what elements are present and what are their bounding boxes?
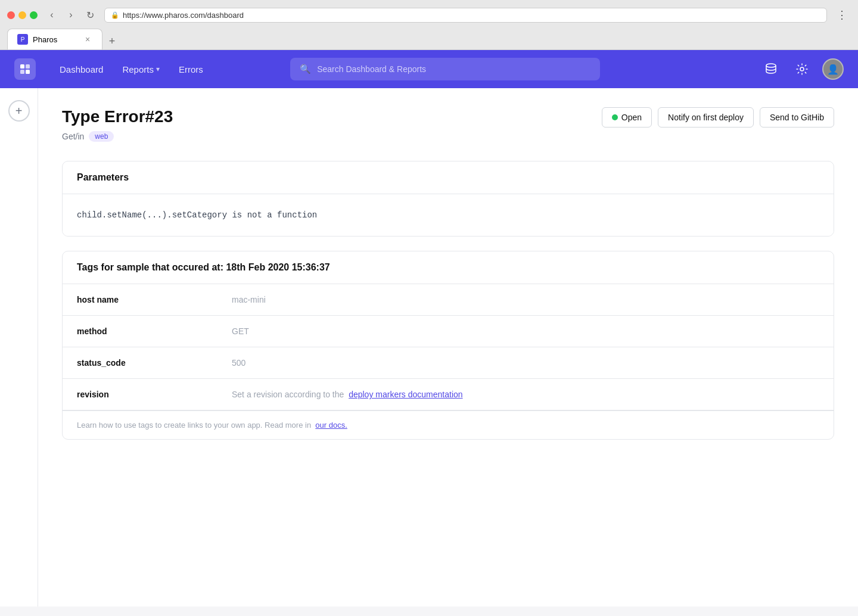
table-row: host name mac-mini [63,284,834,316]
user-avatar[interactable]: 👤 [822,58,844,80]
database-icon-button[interactable] [760,58,782,80]
table-row: method GET [63,316,834,347]
parameters-code-block: child.setName(...).setCategory is not a … [63,194,834,236]
main-content: Type Error#23 Get/in web Open Notify on … [38,88,858,606]
sidebar-add-button[interactable]: + [8,100,30,122]
table-row: status_code 500 [63,347,834,379]
status-dot [612,114,618,120]
reload-button[interactable]: ↻ [82,7,98,23]
back-button[interactable]: ‹ [43,7,60,23]
svg-point-5 [800,67,804,71]
svg-point-4 [766,64,776,67]
nav-errors[interactable]: Errors [172,60,210,79]
tags-panel-header: Tags for sample that occured at: 18th Fe… [63,251,834,284]
tab-close-button[interactable]: × [83,35,92,44]
error-code: child.setName(...).setCategory is not a … [77,209,819,222]
error-path: Get/in [62,132,84,141]
tab-title: Pharos [33,35,57,44]
nav-dashboard[interactable]: Dashboard [52,60,110,79]
search-icon: 🔍 [300,64,311,74]
tags-title: Tags for sample that occured at: 18th Fe… [77,262,330,272]
tab-bar: P Pharos × + [7,29,851,49]
search-bar[interactable]: 🔍 [290,58,600,80]
database-icon [764,63,778,76]
tag-key-method: method [77,326,232,336]
tag-key-revision: revision [77,390,232,399]
minimize-window-button[interactable] [18,11,26,19]
reports-dropdown-arrow: ▾ [156,65,160,73]
address-bar[interactable]: 🔒 https://www.pharos.com/dashboard [104,8,827,23]
open-label: Open [621,113,642,122]
environment-tag: web [89,131,114,142]
browser-menu-button[interactable]: ⋮ [833,6,851,24]
plus-icon: + [15,104,23,118]
send-github-button[interactable]: Send to GitHib [760,107,834,127]
open-status-button[interactable]: Open [602,107,652,127]
parameters-panel-header: Parameters [63,161,834,194]
content-wrapper: + Type Error#23 Get/in web Open [0,88,858,606]
tag-value-method: GET [232,326,249,336]
tag-key-hostname: host name [77,295,232,304]
maximize-window-button[interactable] [30,11,38,19]
svg-rect-3 [26,70,30,74]
app-logo[interactable] [14,58,36,80]
parameters-panel: Parameters child.setName(...).setCategor… [62,161,834,237]
tags-panel: Tags for sample that occured at: 18th Fe… [62,251,834,440]
active-tab[interactable]: P Pharos × [7,29,102,49]
svg-rect-0 [20,64,24,69]
browser-nav-buttons: ‹ › ↻ [43,7,98,23]
traffic-lights [7,11,38,19]
our-docs-link[interactable]: our docs. [315,421,347,430]
page-title: Type Error#23 [62,107,173,126]
header-actions: Open Notify on first deploy Send to GitH… [602,107,834,127]
browser-chrome: ‹ › ↻ 🔒 https://www.pharos.com/dashboard… [0,0,858,50]
navbar-right: 👤 [760,58,844,80]
settings-icon [795,63,809,76]
error-info: Type Error#23 Get/in web [62,107,173,142]
deploy-markers-link[interactable]: deploy markers documentation [349,390,462,399]
close-window-button[interactable] [7,11,15,19]
tag-value-status-code: 500 [232,358,245,368]
navbar: Dashboard Reports ▾ Errors 🔍 [0,50,858,88]
search-input[interactable] [317,64,590,74]
tag-value-revision: Set a revision according to the deploy m… [232,390,463,399]
url-text: https://www.pharos.com/dashboard [123,11,244,20]
tab-favicon: P [17,34,28,45]
nav-reports[interactable]: Reports ▾ [115,60,167,79]
table-row: revision Set a revision according to the… [63,379,834,410]
sidebar: + [0,88,38,606]
settings-icon-button[interactable] [791,58,813,80]
svg-rect-1 [26,64,30,69]
tag-value-hostname: mac-mini [232,295,266,304]
error-meta: Get/in web [62,131,173,142]
notify-deploy-button[interactable]: Notify on first deploy [658,107,754,127]
tag-key-status-code: status_code [77,358,232,368]
lock-icon: 🔒 [111,11,119,19]
parameters-title: Parameters [77,172,129,182]
page-header: Type Error#23 Get/in web Open Notify on … [62,107,834,142]
app: Dashboard Reports ▾ Errors 🔍 [0,50,858,606]
forward-button[interactable]: › [63,7,79,23]
svg-rect-2 [20,70,24,74]
navbar-links: Dashboard Reports ▾ Errors [52,60,210,79]
new-tab-button[interactable]: + [104,33,120,49]
logo-icon [19,63,31,75]
tags-panel-footer: Learn how to use tags to create links to… [63,410,834,439]
